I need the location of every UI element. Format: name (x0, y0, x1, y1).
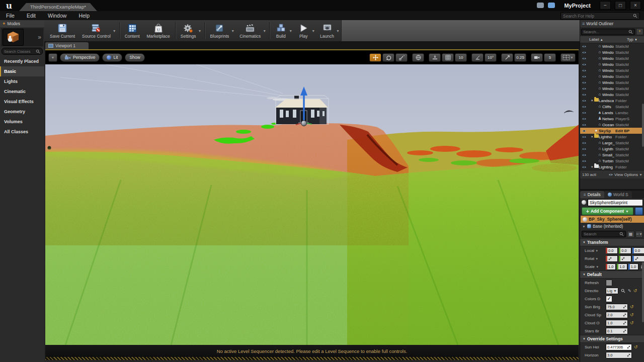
toolbar-button-marketplace[interactable]: UMarketplace (143, 20, 174, 41)
outliner-row-cliffs[interactable]: ⌂CliffsStaticM (580, 104, 644, 110)
modes-overflow-button[interactable]: » (38, 34, 41, 41)
outliner-row-windo[interactable]: ⌂WindoStaticM (580, 61, 644, 67)
modes-category-recently-placed[interactable]: Recently Placed (0, 56, 44, 66)
reset-to-default-icon[interactable]: ↺ (630, 321, 634, 325)
viewport-tab[interactable]: Viewport 1 (45, 42, 89, 49)
visibility-eye-icon[interactable] (581, 165, 587, 169)
modes-category-visual-effects[interactable]: Visual Effects (0, 97, 44, 107)
visibility-eye-icon[interactable] (581, 51, 587, 54)
scale-y-field[interactable]: 1.0 (617, 263, 627, 270)
location-z-field[interactable]: 0.0 (632, 247, 644, 254)
visibility-eye-icon[interactable] (581, 75, 587, 78)
camera-speed-value[interactable]: 5 (544, 53, 556, 62)
section-default[interactable]: ▼Default (580, 270, 644, 279)
grid-snap-value[interactable]: 10 (455, 53, 467, 62)
modes-category-volumes[interactable]: Volumes (0, 117, 44, 127)
menu-help[interactable]: Help (72, 13, 96, 19)
visibility-eye-icon[interactable] (581, 129, 587, 133)
visibility-eye-icon[interactable] (581, 135, 587, 139)
rotation-x-field[interactable] (606, 255, 618, 262)
visibility-eye-icon[interactable] (581, 153, 587, 157)
modes-category-basic[interactable]: Basic (0, 66, 44, 76)
reset-to-default-icon[interactable]: ↺ (630, 305, 634, 309)
show-button[interactable]: Show (125, 53, 144, 62)
visibility-eye-icon[interactable] (581, 105, 587, 109)
translate-tool-button[interactable] (369, 53, 381, 62)
viewport-3d[interactable]: ▼ Perspective Lit Show (45, 49, 579, 345)
toolbar-button-content[interactable]: Content (121, 20, 143, 41)
colors-checkbox[interactable]: ✓ (606, 296, 612, 302)
visibility-eye-icon[interactable] (581, 45, 587, 48)
visibility-eye-icon[interactable] (581, 147, 587, 151)
component-base-row[interactable]: ▼ Base (Inherited) (580, 223, 644, 230)
cloud-opacity-field[interactable]: 1.0 (606, 320, 628, 326)
outliner-row-windo[interactable]: ⌂WindoStaticM (580, 49, 644, 55)
lit-mode-button[interactable]: Lit (102, 53, 122, 62)
level-tab[interactable]: ThirdPersonExampleMap* (19, 3, 97, 11)
refresh-checkbox[interactable] (606, 280, 612, 286)
outliner-create-button[interactable]: + (636, 28, 643, 35)
menu-file[interactable]: File (0, 13, 21, 19)
grid-snap-button[interactable] (442, 53, 454, 62)
outliner-row-windo[interactable]: ⌂WindoStaticM (580, 92, 644, 98)
modes-category-lights[interactable]: Lights (0, 76, 44, 86)
scale-z-field[interactable]: 1.0 (628, 263, 638, 270)
section-transform[interactable]: ▼Transform (580, 238, 644, 246)
visibility-eye-icon[interactable] (581, 111, 587, 115)
chevron-down-icon[interactable]: ▼ (231, 29, 234, 33)
outliner-row-netwo[interactable]: ♟NetwoPlayerS (580, 116, 644, 122)
outliner-row-windo[interactable]: ⌂WindoStaticM (580, 79, 644, 85)
gizmo-origin-ball[interactable] (301, 121, 307, 126)
outliner-scrollbar[interactable] (642, 104, 644, 147)
chevron-down-icon[interactable]: ▼ (113, 29, 116, 33)
scale-snap-button[interactable] (501, 53, 513, 62)
visibility-eye-icon[interactable] (581, 93, 587, 97)
modes-category-geometry[interactable]: Geometry (0, 107, 44, 117)
modes-panel-header[interactable]: ✦ Modes (0, 20, 44, 27)
outliner-row-windo[interactable]: ⌂WindoStaticM (580, 73, 644, 79)
find-actor-icon[interactable] (621, 289, 625, 293)
scale-snap-value[interactable]: 0.25 (514, 53, 526, 62)
tab-world-settings[interactable]: World S (604, 191, 632, 198)
visibility-eye-icon[interactable] (581, 123, 587, 127)
help-bubble-icon[interactable] (548, 3, 555, 8)
toolbar-button-blueprints[interactable]: Blueprints▼ (206, 20, 236, 41)
world-local-toggle-button[interactable] (412, 53, 424, 62)
search-classes-input[interactable]: Search Classes (2, 48, 43, 55)
type-column-header[interactable]: Typ ▼ (627, 37, 644, 42)
viewport-layout-button[interactable]: ▼ (560, 53, 576, 62)
visibility-eye-icon[interactable] (581, 63, 587, 66)
rotate-tool-button[interactable] (382, 53, 394, 62)
reset-to-default-icon[interactable]: ↺ (633, 289, 637, 293)
rotation-snap-button[interactable] (471, 53, 484, 62)
sun-height-field[interactable]: 0.477306 (606, 344, 632, 350)
outliner-row-turbin[interactable]: ⌂TurbinStaticM (580, 158, 644, 164)
eyedropper-icon[interactable]: ✎ (628, 289, 631, 293)
camera-speed-button[interactable] (531, 53, 543, 62)
place-mode-button[interactable] (3, 29, 24, 46)
location-y-field[interactable]: 0.0 (619, 247, 631, 254)
component-self-row[interactable]: BP_Sky_Sphere(self) (581, 216, 644, 223)
actor-name-field[interactable]: SkySphereBlueprint (588, 199, 643, 206)
visibility-eye-icon[interactable] (581, 87, 587, 90)
outliner-row-windo[interactable]: ⌂WindoStaticM (580, 55, 644, 61)
cloud-speed-field[interactable]: 2.0 (606, 312, 628, 318)
visibility-eye-icon[interactable] (581, 141, 587, 145)
directional-light-dropdown[interactable]: Lig▼ (606, 288, 618, 294)
visibility-eye-icon[interactable] (581, 81, 587, 84)
rotation-y-field[interactable] (619, 255, 631, 262)
outliner-row-windo[interactable]: ⌂WindoStaticM (580, 67, 644, 73)
outliner-search-input[interactable]: Search... (581, 29, 635, 35)
visibility-eye-icon[interactable] (581, 117, 587, 121)
chevron-down-icon[interactable]: ▼ (311, 29, 315, 33)
toolbar-button-build[interactable]: Build▼ (271, 20, 294, 41)
visibility-eye-icon[interactable] (581, 69, 587, 72)
section-override-settings[interactable]: ▼Override Settings (580, 335, 644, 343)
scale-tool-button[interactable] (395, 53, 408, 62)
feedback-bubble-icon[interactable] (537, 3, 544, 8)
chevron-down-icon[interactable]: ▼ (198, 29, 202, 33)
tab-details[interactable]: ≡ Details (580, 191, 604, 198)
chevron-down-icon[interactable]: ▼ (263, 29, 266, 33)
outliner-row-large[interactable]: ⌂Large_StaticM (580, 140, 644, 146)
reset-to-default-icon[interactable]: ↺ (634, 345, 638, 349)
